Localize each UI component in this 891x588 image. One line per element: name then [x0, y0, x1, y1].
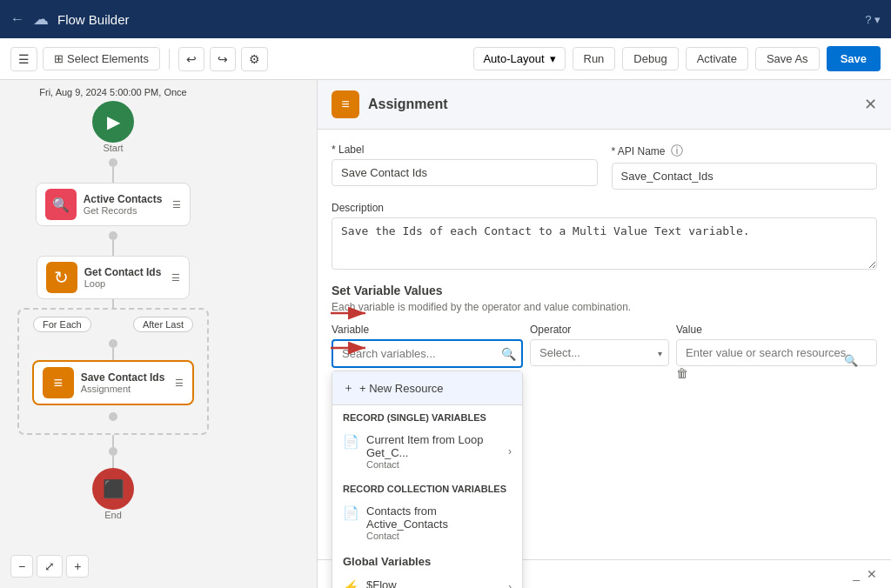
- get-contact-ids-node[interactable]: ↻ Get Contact Ids Loop ☰: [37, 256, 191, 299]
- top-nav: ← ☁ Flow Builder ? ▾: [0, 0, 891, 38]
- select-elements-icon: ⊞: [54, 52, 64, 65]
- global-item-1[interactable]: ⚡ $Flow ›: [332, 571, 522, 588]
- connector-dot-5: [109, 447, 117, 456]
- active-contacts-icon: 🔍: [45, 189, 77, 220]
- description-textarea[interactable]: Save the Ids of each Contact to a Multi …: [332, 217, 877, 270]
- activate-button[interactable]: Activate: [686, 47, 748, 70]
- record-item-1[interactable]: 📄 Current Item from Loop Get_C... Contac…: [332, 426, 522, 477]
- plus-icon: ＋: [343, 380, 354, 396]
- flow-step-get-contact-ids: ↻ Get Contact Ids Loop ☰ For Each After …: [17, 256, 209, 468]
- global-icon-1: ⚡: [343, 579, 359, 588]
- set-variable-section-subtitle: Each variable is modified by the operato…: [332, 301, 877, 313]
- connector-dot-3: [109, 339, 117, 348]
- auto-layout-select[interactable]: Auto-Layout ▾: [473, 47, 565, 70]
- zoom-out-button[interactable]: −: [10, 555, 33, 578]
- save-contact-ids-menu-icon: ☰: [175, 378, 184, 389]
- assignment-panel: ≡ Assignment ✕ * Label * API Name ⓘ: [317, 80, 891, 588]
- operator-select-wrapper: Select... ▾: [530, 339, 669, 366]
- label-input[interactable]: [332, 159, 598, 186]
- variable-input-wrapper: 🔍 ＋ + New Resource RECORD (SINGLE) VARIA…: [332, 339, 523, 368]
- description-field: Description Save the Ids of each Contact…: [332, 202, 877, 270]
- redo-button[interactable]: ↪: [210, 47, 236, 71]
- variable-search-input[interactable]: [332, 339, 523, 368]
- canvas[interactable]: Fri, Aug 9, 2024 5:00:00 PM, Once ▶ Star…: [0, 80, 317, 588]
- api-name-label: * API Name: [612, 145, 666, 157]
- toolbar-left: ☰ ⊞ Select Elements ↩ ↪ ⚙: [10, 47, 466, 71]
- record-item-1-sub: Contact: [366, 459, 508, 470]
- record-item-2-name: Contacts from Active_Contacts: [366, 504, 512, 531]
- connector-dot-4: [109, 412, 117, 421]
- save-contact-ids-name: Save Contact Ids: [81, 371, 165, 384]
- end-node[interactable]: ⬛: [92, 468, 134, 510]
- save-as-button[interactable]: Save As: [755, 47, 820, 70]
- debug-button[interactable]: Debug: [622, 47, 678, 70]
- connector-line-4: [112, 348, 114, 360]
- label-field-label: * Label: [332, 144, 598, 156]
- global-item-1-chevron: ›: [508, 581, 512, 589]
- active-contacts-type: Get Records: [84, 205, 163, 216]
- new-resource-item[interactable]: ＋ + New Resource: [332, 371, 522, 405]
- app-logo-icon: ☁: [33, 10, 49, 29]
- canvas-controls: − ⤢ +: [10, 555, 89, 578]
- settings-button[interactable]: ⚙: [241, 47, 268, 71]
- select-elements-button[interactable]: ⊞ Select Elements: [43, 47, 160, 70]
- start-node[interactable]: ▶: [92, 101, 134, 143]
- set-variable-section-title: Set Variable Values: [332, 284, 877, 297]
- save-contact-ids-node[interactable]: ≡ Save Contact Ids Assignment ☰: [32, 360, 195, 405]
- label-api-row: * Label * API Name ⓘ: [332, 144, 877, 190]
- variable-row: 🔍 ＋ + New Resource RECORD (SINGLE) VARIA…: [332, 339, 877, 380]
- record-item-2[interactable]: 📄 Contacts from Active_Contacts Contact: [332, 498, 522, 548]
- start-label: Start: [103, 143, 123, 153]
- save-contact-ids-icon: ≡: [43, 367, 74, 398]
- fit-button[interactable]: ⤢: [37, 555, 63, 578]
- record-item-2-left: 📄 Contacts from Active_Contacts Contact: [343, 504, 512, 541]
- toolbar: ☰ ⊞ Select Elements ↩ ↪ ⚙ Auto-Layout ▾ …: [0, 38, 891, 80]
- variable-column-header: Variable: [332, 324, 523, 336]
- variable-table-header: Variable Operator Value: [332, 324, 877, 336]
- record-single-section-header: RECORD (SINGLE) VARIABLES: [332, 405, 522, 426]
- top-nav-left: ← ☁ Flow Builder: [10, 10, 130, 29]
- save-button[interactable]: Save: [827, 46, 881, 71]
- connector-line-5: [112, 435, 114, 447]
- description-label: Description: [332, 202, 877, 214]
- delete-row-button[interactable]: 🗑: [676, 366, 688, 380]
- undo-button[interactable]: ↩: [178, 47, 204, 71]
- variable-search-icon: 🔍: [501, 347, 516, 361]
- tips-close-button[interactable]: ✕: [867, 567, 877, 581]
- back-button[interactable]: ←: [10, 11, 24, 27]
- zoom-in-button[interactable]: +: [66, 555, 89, 578]
- global-item-1-left: ⚡ $Flow: [343, 578, 397, 588]
- panel-header-left: ≡ Assignment: [332, 90, 448, 118]
- api-name-field: * API Name ⓘ: [612, 144, 878, 190]
- panel-body: * Label * API Name ⓘ Description Save th…: [318, 130, 891, 588]
- connector-dot-1: [109, 158, 117, 167]
- flow-step-start: Fri, Aug 9, 2024 5:00:00 PM, Once ▶ Star…: [17, 87, 209, 183]
- api-name-info-icon[interactable]: ⓘ: [671, 144, 683, 159]
- value-input-wrapper: 🔍 🗑: [676, 339, 877, 380]
- active-contacts-name: Active Contacts: [84, 193, 163, 205]
- global-item-1-text: $Flow: [366, 578, 397, 588]
- global-item-1-name: $Flow: [366, 578, 397, 588]
- connector-dot-2: [109, 231, 117, 240]
- panel-close-button[interactable]: ✕: [864, 95, 877, 114]
- label-field: * Label: [332, 144, 598, 190]
- connector-line-2: [112, 240, 114, 256]
- active-contacts-menu-icon: ☰: [172, 199, 181, 210]
- panel-header-icon: ≡: [332, 90, 359, 118]
- toggle-sidebar-button[interactable]: ☰: [10, 47, 37, 71]
- connector-line-3: [112, 299, 114, 308]
- active-contacts-node[interactable]: 🔍 Active Contacts Get Records ☰: [36, 183, 191, 226]
- start-date-label: Fri, Aug 9, 2024 5:00:00 PM, Once: [39, 87, 186, 97]
- flow-diagram: Fri, Aug 9, 2024 5:00:00 PM, Once ▶ Star…: [17, 87, 209, 520]
- run-button[interactable]: Run: [573, 47, 616, 70]
- tips-minimize-button[interactable]: _: [853, 567, 860, 581]
- record-collection-section-header: RECORD COLLECTION VARIABLES: [332, 477, 522, 498]
- end-label: End: [104, 510, 122, 520]
- operator-select[interactable]: Select...: [530, 339, 669, 366]
- help-button[interactable]: ? ▾: [865, 13, 881, 26]
- after-last-label: After Last: [133, 317, 193, 332]
- toolbar-right: Auto-Layout ▾ Run Debug Activate Save As…: [473, 46, 881, 71]
- api-name-input[interactable]: [612, 163, 878, 190]
- connector-line-1: [112, 167, 114, 183]
- api-name-label-wrapper: * API Name ⓘ: [612, 144, 878, 159]
